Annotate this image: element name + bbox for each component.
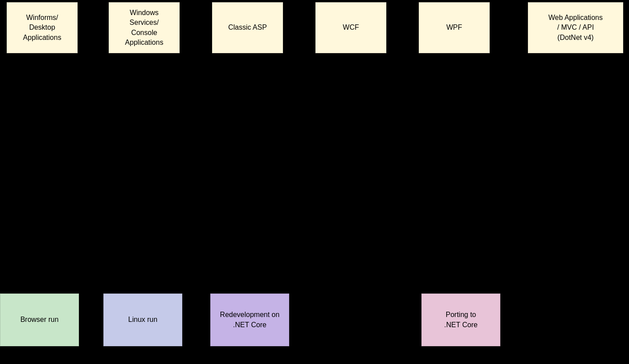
- wcf-card: WCF: [315, 2, 386, 53]
- wcf-label: WCF: [343, 23, 359, 32]
- redevelopment-net-core-label: Redevelopment on .NET Core: [220, 310, 279, 330]
- web-applications-card: Web Applications / MVC / API (DotNet v4): [528, 2, 623, 53]
- winforms-card: Winforms/ Desktop Applications: [7, 2, 78, 53]
- porting-net-core-card: Porting to .NET Core: [421, 294, 500, 346]
- linux-run-label: Linux run: [128, 315, 157, 325]
- wpf-card: WPF: [419, 2, 490, 53]
- wpf-label: WPF: [446, 23, 462, 32]
- browser-run-card: Browser run: [0, 294, 79, 346]
- windows-services-card: Windows Services/ Console Applications: [109, 2, 180, 53]
- windows-services-label: Windows Services/ Console Applications: [125, 8, 163, 48]
- browser-run-label: Browser run: [20, 315, 59, 325]
- winforms-label: Winforms/ Desktop Applications: [23, 13, 61, 43]
- classic-asp-label: Classic ASP: [228, 23, 267, 32]
- linux-run-card: Linux run: [103, 294, 182, 346]
- porting-net-core-label: Porting to .NET Core: [444, 310, 477, 330]
- redevelopment-net-core-card: Redevelopment on .NET Core: [210, 294, 289, 346]
- web-applications-label: Web Applications / MVC / API (DotNet v4): [548, 13, 602, 43]
- classic-asp-card: Classic ASP: [212, 2, 283, 53]
